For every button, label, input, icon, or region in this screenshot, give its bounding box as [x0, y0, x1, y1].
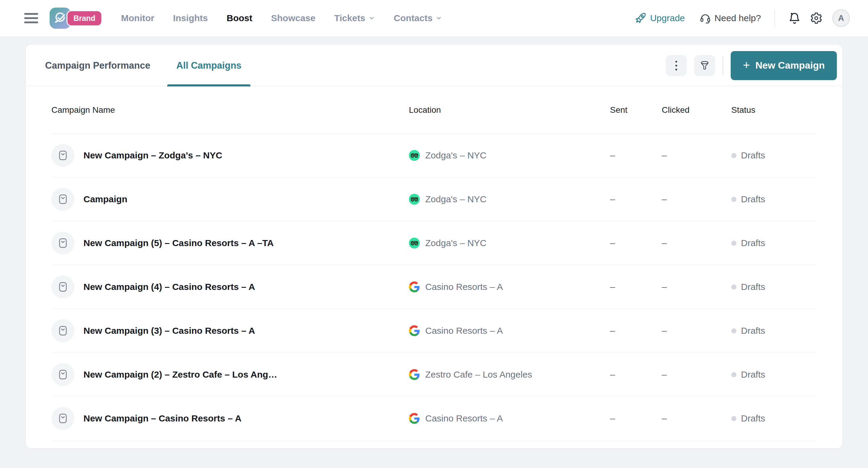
location-cell: Zodga's – NYC [409, 150, 610, 161]
campaign-name: New Campaign – Casino Resorts – A [84, 413, 241, 424]
envelope-icon [52, 144, 74, 167]
status-dot-icon [731, 153, 737, 158]
location-name: Casino Resorts – A [425, 325, 503, 336]
location-cell: Casino Resorts – A [409, 325, 610, 336]
status-label: Drafts [741, 413, 765, 424]
nav-item-tickets[interactable]: Tickets [334, 13, 375, 23]
envelope-icon [52, 319, 74, 342]
campaigns-table: Campaign Name Location Sent Clicked Stat… [26, 87, 842, 440]
upgrade-button[interactable]: Upgrade [635, 12, 685, 24]
status-dot-icon [731, 328, 737, 334]
status-label: Drafts [741, 282, 765, 292]
table-row[interactable]: New Campaign (2) – Zestro Cafe – Los Ang… [52, 353, 816, 397]
new-campaign-button[interactable]: + New Campaign [731, 51, 837, 80]
location-cell: Casino Resorts – A [409, 413, 610, 424]
status-cell: Drafts [731, 369, 816, 380]
sent-value: – [610, 369, 662, 380]
status-dot-icon [731, 372, 737, 377]
settings-button[interactable] [810, 12, 823, 25]
location-cell: Zodga's – NYC [409, 194, 610, 205]
column-header-location: Location [409, 105, 610, 115]
campaign-name: New Campaign (3) – Casino Resorts – A [84, 325, 255, 336]
envelope-icon [52, 231, 74, 255]
campaign-name: New Campaign (4) – Casino Resorts – A [84, 282, 255, 292]
chevron-down-icon [435, 15, 442, 22]
filter-button[interactable] [694, 55, 715, 76]
hamburger-menu-button[interactable] [24, 13, 38, 23]
campaign-name: Campaign [84, 194, 127, 205]
google-icon [409, 413, 420, 424]
location-cell: Casino Resorts – A [409, 281, 610, 292]
sent-value: – [610, 150, 662, 160]
tab-bar: Campaign Performance All Campaigns [36, 45, 250, 86]
chevron-down-icon [368, 15, 375, 22]
status-cell: Drafts [731, 325, 816, 336]
google-icon [409, 325, 420, 336]
google-icon [409, 369, 420, 380]
status-dot-icon [731, 284, 737, 290]
status-cell: Drafts [731, 238, 816, 248]
clicked-value: – [662, 150, 731, 160]
status-cell: Drafts [731, 413, 816, 424]
table-row[interactable]: New Campaign (3) – Casino Resorts – A Ca… [52, 309, 816, 353]
location-name: Zodga's – NYC [425, 150, 487, 160]
tab-all-campaigns[interactable]: All Campaigns [167, 45, 250, 86]
actions-divider [722, 56, 723, 75]
table-row[interactable]: Campaign Zodga's – NYC – – Drafts [52, 178, 816, 221]
location-cell: Zestro Cafe – Los Angeles [409, 369, 610, 380]
status-label: Drafts [741, 369, 765, 380]
status-cell: Drafts [731, 150, 816, 160]
more-options-button[interactable] [666, 55, 687, 76]
envelope-icon [52, 275, 74, 299]
notifications-button[interactable] [788, 12, 801, 25]
filter-funnel-icon [699, 60, 710, 71]
status-label: Drafts [741, 238, 765, 248]
envelope-icon [52, 407, 74, 430]
column-header-clicked: Clicked [662, 105, 731, 115]
nav-item-boost[interactable]: Boost [226, 13, 252, 23]
tab-campaign-performance[interactable]: Campaign Performance [36, 45, 159, 86]
nav-item-monitor[interactable]: Monitor [121, 13, 154, 23]
status-label: Drafts [741, 194, 765, 205]
rocket-icon [635, 12, 646, 24]
bell-icon [788, 12, 801, 25]
card-header: Campaign Performance All Campaigns [26, 45, 842, 87]
status-dot-icon [731, 241, 737, 246]
status-cell: Drafts [731, 282, 816, 292]
primary-nav: Monitor Insights Boost Showcase Tickets … [121, 13, 442, 23]
sent-value: – [610, 238, 662, 248]
nav-item-insights[interactable]: Insights [173, 13, 208, 23]
column-header-sent: Sent [610, 105, 662, 115]
clicked-value: – [662, 413, 731, 424]
app-logo[interactable]: Brand [50, 7, 102, 29]
table-body: New Campaign – Zodga's – NYC Zodga's – N… [52, 134, 816, 440]
location-cell: Zodga's – NYC [409, 238, 610, 249]
clicked-value: – [662, 194, 731, 205]
table-row[interactable]: New Campaign (5) – Casino Resorts – A –T… [52, 221, 816, 265]
nav-item-contacts[interactable]: Contacts [394, 13, 442, 23]
google-icon [409, 281, 420, 292]
campaign-name: New Campaign (2) – Zestro Cafe – Los Ang… [84, 369, 277, 380]
need-help-button[interactable]: Need help? [700, 12, 761, 24]
tripadvisor-icon [409, 150, 420, 161]
header-actions: + New Campaign [666, 45, 837, 86]
table-row[interactable]: New Campaign (4) – Casino Resorts – A Ca… [52, 265, 816, 309]
table-row[interactable]: New Campaign – Casino Resorts – A Casino… [52, 397, 816, 440]
campaigns-card: Campaign Performance All Campaigns [26, 45, 842, 448]
column-header-status: Status [731, 105, 816, 115]
sent-value: – [610, 325, 662, 336]
tripadvisor-icon [409, 238, 420, 249]
table-row[interactable]: New Campaign – Zodga's – NYC Zodga's – N… [52, 134, 816, 178]
kebab-menu-icon [675, 61, 677, 70]
status-cell: Drafts [731, 194, 816, 205]
status-dot-icon [731, 197, 737, 202]
location-name: Casino Resorts – A [425, 413, 503, 424]
user-avatar[interactable]: A [832, 9, 850, 27]
clicked-value: – [662, 369, 731, 380]
status-label: Drafts [741, 150, 765, 160]
sent-value: – [610, 282, 662, 292]
plus-icon: + [743, 59, 750, 71]
envelope-icon [52, 363, 74, 386]
nav-item-showcase[interactable]: Showcase [271, 13, 315, 23]
table-header-row: Campaign Name Location Sent Clicked Stat… [52, 87, 816, 134]
